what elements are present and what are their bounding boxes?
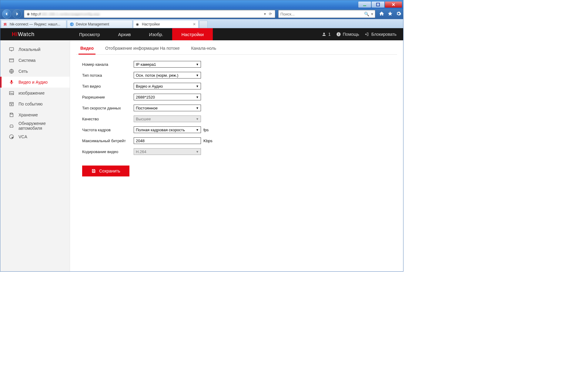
select-value: 2688*1520: [136, 95, 155, 99]
search-dropdown-icon[interactable]: ▾: [371, 12, 373, 16]
label-quality: Качество: [82, 117, 134, 121]
new-tab-button[interactable]: [199, 21, 208, 28]
favorites-icon[interactable]: [387, 11, 393, 17]
nav-image[interactable]: Изобр.: [140, 28, 172, 40]
subtab-zero-channel[interactable]: Канала-ноль: [189, 43, 218, 54]
svg-text:i: i: [338, 33, 339, 36]
sidebar-item-label: изображение: [18, 91, 45, 95]
input-max-bitrate[interactable]: [136, 139, 199, 143]
browser-tab[interactable]: Device Management: [67, 20, 132, 28]
svg-rect-21: [93, 169, 94, 170]
sidebar-item-video-audio[interactable]: Видео и Аудио: [0, 77, 70, 88]
label-fps: Частота кадров: [82, 128, 134, 132]
select-bitrate-type[interactable]: Постоянное▼: [134, 105, 201, 111]
tab-label: Device Management: [76, 22, 109, 26]
nav-settings[interactable]: Настройки: [172, 28, 213, 40]
select-value: Полная кадровая скорость: [136, 128, 185, 132]
tools-icon[interactable]: [396, 11, 401, 17]
video-settings-form: Номер каналаIP камера1▼ Тип потокаОсн. п…: [82, 61, 397, 155]
user-indicator[interactable]: 1: [322, 32, 331, 37]
svg-point-20: [12, 137, 13, 139]
window-icon: [9, 58, 14, 63]
image-icon: [9, 90, 14, 96]
sidebar-item-storage[interactable]: Хранение: [0, 109, 70, 120]
home-icon[interactable]: [379, 11, 384, 17]
search-bar[interactable]: 🔍 ▾: [278, 10, 375, 18]
sidebar-item-vca[interactable]: VCA: [0, 131, 70, 142]
save-button[interactable]: Сохранить: [82, 166, 129, 176]
user-count: 1: [328, 32, 331, 37]
close-button[interactable]: [385, 2, 402, 8]
tab-close-icon[interactable]: ✕: [193, 22, 196, 26]
lock-label: Блокировать: [371, 32, 396, 37]
help-link[interactable]: i Помощь: [336, 32, 359, 37]
save-button-label: Сохранить: [99, 169, 120, 173]
help-label: Помощь: [343, 32, 359, 37]
info-icon: i: [336, 32, 341, 37]
select-value: Высшее: [136, 117, 151, 121]
sidebar-item-event[interactable]: По событию: [0, 99, 70, 109]
sidebar-item-system[interactable]: Система: [0, 55, 70, 66]
search-input[interactable]: [280, 12, 364, 16]
svg-rect-5: [9, 48, 14, 50]
select-quality: Высшее▼: [134, 116, 201, 122]
save-icon: [91, 169, 96, 173]
lock-link[interactable]: Блокировать: [365, 32, 396, 37]
back-button[interactable]: [2, 9, 11, 18]
sidebar-item-local[interactable]: Локальный: [0, 44, 70, 55]
label-stream-type: Тип потока: [82, 73, 134, 78]
select-value: Осн. поток (норм. реж.): [136, 73, 178, 78]
nav-preview[interactable]: Просмотр: [70, 28, 109, 40]
site-favicon-icon: ◉: [25, 12, 31, 16]
dot-favicon-icon: ◉: [136, 22, 140, 26]
minimize-button[interactable]: [358, 2, 371, 8]
chevron-down-icon: ▼: [196, 150, 199, 153]
search-icon[interactable]: 🔍: [364, 12, 369, 16]
input-max-bitrate-wrapper: [134, 137, 201, 144]
nav-archive[interactable]: Архив: [109, 28, 140, 40]
suffix-kbps: Kbps: [203, 139, 212, 143]
sidebar-item-image[interactable]: изображение: [0, 88, 70, 99]
select-fps[interactable]: Полная кадровая скорость▼: [134, 126, 201, 133]
label-resolution: Разрешение: [82, 95, 134, 99]
label-channel: Номер канала: [82, 62, 134, 67]
chevron-down-icon: ▼: [196, 106, 199, 110]
maximize-button[interactable]: [372, 2, 384, 8]
svg-rect-22: [93, 171, 94, 172]
select-value: Постоянное: [136, 106, 158, 110]
tab-label: hik-connect — Яндекс: нашл...: [10, 22, 60, 26]
subtabs: Видео Отображение информации На потоке К…: [76, 40, 397, 55]
svg-rect-0: [363, 5, 366, 6]
sidebar-item-label: Система: [18, 58, 35, 63]
browser-tab[interactable]: Я hik-connect — Яндекс: нашл...: [1, 20, 66, 28]
vca-icon: [9, 134, 14, 139]
select-stream-type[interactable]: Осн. поток (норм. реж.)▼: [134, 72, 201, 79]
label-video-type: Тип видео: [82, 84, 134, 89]
brand-logo: HiWatch: [0, 31, 70, 38]
select-channel[interactable]: IP камера1▼: [134, 61, 201, 68]
browser-tabs: Я hik-connect — Яндекс: нашл... Device M…: [0, 19, 403, 28]
svg-point-17: [10, 127, 11, 127]
refresh-icon[interactable]: ⟳: [268, 12, 273, 16]
chevron-down-icon: ▼: [196, 95, 199, 99]
sidebar-item-label: Хранение: [18, 112, 38, 117]
select-resolution[interactable]: 2688*1520▼: [134, 94, 201, 100]
select-video-type[interactable]: Видео и Аудио▼: [134, 83, 201, 89]
dropdown-icon[interactable]: ▾: [262, 12, 268, 16]
subtab-video[interactable]: Видео: [79, 43, 95, 55]
mic-icon: [9, 79, 14, 85]
address-bar[interactable]: ◉ http://192.168.1.xx/doc/page/config.as…: [24, 10, 275, 18]
forward-button[interactable]: [12, 9, 22, 18]
label-encoding: Кодирование видео: [82, 149, 134, 154]
subtab-osd[interactable]: Отображение информации На потоке: [103, 43, 181, 54]
chevron-down-icon: ▼: [196, 74, 199, 77]
sidebar: Локальный Система Сеть Видео и Аудио изо…: [0, 40, 70, 271]
svg-rect-7: [9, 59, 14, 62]
browser-tab[interactable]: ◉ Настройки ✕: [133, 20, 199, 28]
sidebar-item-label: Обнаружение автомобиля: [18, 121, 70, 131]
sidebar-item-vehicle[interactable]: Обнаружение автомобиля: [0, 120, 70, 131]
sidebar-item-network[interactable]: Сеть: [0, 66, 70, 77]
url-text: http://192.168.1.xx/doc/page/config.asp: [31, 12, 262, 16]
chevron-down-icon: ▼: [196, 63, 199, 66]
sidebar-item-label: Сеть: [18, 69, 28, 74]
